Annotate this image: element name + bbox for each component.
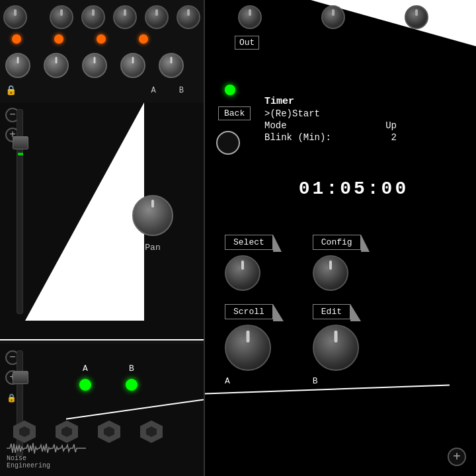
hex-screw-3	[98, 420, 120, 443]
pan-knob[interactable]	[132, 195, 173, 236]
config-button[interactable]: Config	[313, 235, 361, 250]
pan-label: Pan	[145, 243, 160, 253]
select-knob[interactable]	[225, 255, 260, 291]
fader-bottom-line	[0, 339, 205, 340]
edit-label[interactable]: Edit	[313, 304, 350, 319]
hex-screw-2	[56, 420, 78, 443]
out-label: Out	[235, 36, 259, 50]
knob-5[interactable]	[159, 53, 184, 78]
label-b: B	[179, 86, 184, 95]
logo-waveform	[7, 442, 86, 455]
channel-a-group: A	[79, 364, 91, 391]
scroll-group: Scroll A	[225, 304, 273, 386]
fader-triangle	[25, 102, 144, 321]
edit-tab	[350, 304, 361, 321]
top-nuts	[238, 5, 428, 29]
time-display-area: 01:05:00	[245, 178, 463, 199]
pan-group: Pan	[132, 195, 173, 253]
green-led	[225, 85, 235, 95]
select-tab	[273, 235, 282, 252]
scroll-label[interactable]: Scroll	[225, 304, 273, 319]
scroll-button[interactable]: Scroll	[225, 304, 273, 319]
channel-b-label: B	[129, 364, 134, 374]
scroll-edit-row: Scroll A Edit B	[225, 304, 469, 386]
out-button[interactable]: Out	[235, 36, 259, 48]
config-label[interactable]: Config	[313, 235, 361, 250]
blink-label-text: Blink (Min):	[264, 132, 331, 143]
nut-2	[50, 5, 73, 29]
timer-header: Timer	[264, 96, 397, 107]
nut-3	[81, 5, 105, 29]
channel-a-label: A	[83, 364, 88, 374]
logo-text-1: Noise	[7, 455, 26, 462]
label-a: A	[151, 86, 156, 95]
fader-level-indicator	[18, 153, 23, 155]
mode-val: Up	[385, 120, 397, 131]
hex-screw-1	[13, 420, 36, 443]
led-orange-4	[139, 34, 148, 44]
fader-track-left	[17, 109, 23, 314]
knob-a-label: A	[225, 376, 230, 386]
restart-label: >(Re)Start	[264, 108, 397, 119]
lock-icon-bottom: 🔒	[7, 393, 17, 403]
led-orange-2	[54, 34, 63, 44]
knob-2[interactable]	[44, 53, 69, 78]
plus-button-br[interactable]: +	[448, 448, 466, 466]
led-green-a	[79, 379, 91, 391]
hex-screws-row	[13, 420, 163, 443]
knob-1[interactable]	[5, 53, 30, 78]
back-button[interactable]: Back	[218, 107, 251, 119]
back-knob[interactable]	[216, 131, 240, 155]
led-orange-3	[97, 34, 106, 44]
channel-b-group: B	[126, 364, 138, 391]
lock-icon: 🔒	[5, 85, 17, 96]
config-tab	[361, 235, 370, 252]
led-green-b	[126, 379, 138, 391]
edit-button[interactable]: Edit	[313, 304, 350, 319]
knob-b-label: B	[313, 376, 318, 386]
config-group: Config	[313, 235, 361, 291]
timer-info-block: Timer >(Re)Start Mode Up Blink (Min): 2	[264, 96, 397, 143]
green-led-indicator	[225, 85, 235, 95]
select-group: Select	[225, 235, 273, 291]
select-config-row: Select Config	[225, 235, 469, 291]
knob-3[interactable]	[82, 53, 107, 78]
right-panel: Out Back Timer >(Re)Start Mode Up Blink …	[205, 0, 476, 476]
blink-row: Blink (Min): 2	[264, 132, 397, 143]
bottom-left-section: − + 🔒 A B No	[0, 344, 205, 476]
nut-5	[145, 5, 169, 29]
fader-handle-bottom[interactable]	[13, 371, 28, 384]
select-label[interactable]: Select	[225, 235, 273, 250]
mode-row: Mode Up	[264, 120, 397, 131]
plus-icon: +	[453, 450, 461, 465]
scroll-tab	[273, 304, 284, 321]
logo-area: Noise Engineering	[7, 442, 86, 469]
top-nut-2	[321, 5, 345, 29]
hex-screw-4	[140, 420, 163, 443]
logo-text-2: Engineering	[7, 462, 50, 469]
edit-knob[interactable]	[313, 325, 359, 371]
nut-4	[113, 5, 137, 29]
top-nut-3	[405, 5, 428, 29]
bottom-separator-line	[66, 399, 205, 420]
edit-group: Edit B	[313, 304, 359, 386]
led-orange-1	[12, 34, 21, 44]
blink-val: 2	[391, 132, 397, 143]
select-button[interactable]: Select	[225, 235, 273, 250]
top-nut-1	[238, 5, 262, 29]
left-panel: 🔒 A B − + Pan − + 🔒	[0, 0, 205, 476]
fader-area: − + Pan	[0, 102, 205, 340]
time-display: 01:05:00	[245, 178, 463, 199]
config-knob[interactable]	[313, 255, 348, 291]
scroll-knob[interactable]	[225, 325, 271, 371]
knob-4[interactable]	[120, 53, 145, 78]
mode-label-text: Mode	[264, 120, 287, 131]
nut-6	[177, 5, 200, 29]
back-label[interactable]: Back	[218, 106, 251, 120]
nut-1	[3, 5, 27, 29]
